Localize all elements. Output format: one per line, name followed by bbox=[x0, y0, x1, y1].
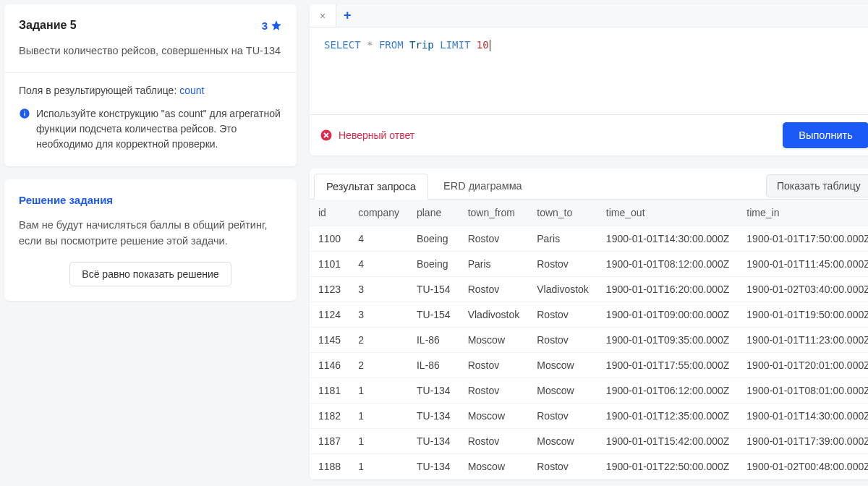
svg-rect-1 bbox=[24, 112, 25, 116]
result-fields-line: Поля в результирующей таблице: count bbox=[19, 85, 282, 96]
editor-textarea[interactable]: SELECT * FROM Trip LIMIT 10 bbox=[310, 27, 868, 114]
task-card: Задание 5 3 Вывести количество рейсов, с… bbox=[4, 4, 297, 166]
execute-button[interactable]: Выполнить bbox=[783, 122, 868, 148]
tab-query-result[interactable]: Результат запроса bbox=[314, 174, 428, 200]
table-cell: TU-134 bbox=[408, 404, 459, 429]
star-icon bbox=[271, 20, 282, 31]
table-cell: 1145 bbox=[310, 328, 349, 353]
result-table: idcompanyplanetown_fromtown_totime_outti… bbox=[310, 200, 868, 479]
column-header: id bbox=[310, 200, 349, 226]
table-cell: 1900-01-01T09:35:00.000Z bbox=[597, 328, 738, 353]
table-cell: 1900-01-01T15:42:00.000Z bbox=[597, 429, 738, 454]
table-cell: 1182 bbox=[310, 404, 349, 429]
table-cell: 1181 bbox=[310, 378, 349, 404]
table-cell: Moscow bbox=[459, 454, 529, 479]
table-cell: 1900-01-01T17:55:00.000Z bbox=[597, 353, 738, 378]
table-cell: 1900-01-01T17:39:00.000Z bbox=[738, 429, 868, 454]
tab-erd-diagram[interactable]: ERD диаграмма bbox=[431, 173, 535, 199]
table-row[interactable]: 11811TU-134RostovMoscow1900-01-01T06:12:… bbox=[310, 378, 868, 404]
table-cell: 1900-01-01T14:30:00.000Z bbox=[597, 226, 738, 252]
hint-text: Используйте конструкцию "as count" для а… bbox=[36, 106, 282, 152]
table-row[interactable]: 11821TU-134MoscowRostov1900-01-01T12:35:… bbox=[310, 404, 868, 429]
table-cell: 1900-01-01T14:30:00.000Z bbox=[738, 404, 868, 429]
table-cell: 1900-01-01T17:50:00.000Z bbox=[738, 226, 868, 252]
column-header: company bbox=[349, 200, 408, 226]
table-cell: Boeing bbox=[408, 226, 459, 252]
show-solution-button[interactable]: Всё равно показать решение bbox=[69, 262, 231, 286]
result-panel: Результат запроса ERD диаграмма Показать… bbox=[310, 169, 868, 479]
error-icon bbox=[320, 129, 333, 142]
table-cell: IL-86 bbox=[408, 353, 459, 378]
table-row[interactable]: 11871TU-134RostovMoscow1900-01-01T15:42:… bbox=[310, 429, 868, 454]
svg-rect-2 bbox=[24, 111, 25, 111]
rating-value: 3 bbox=[262, 20, 268, 32]
table-cell: Rostov bbox=[459, 277, 529, 302]
table-row[interactable]: 11004BoeingRostovParis1900-01-01T14:30:0… bbox=[310, 226, 868, 252]
task-rating[interactable]: 3 bbox=[262, 20, 282, 32]
table-cell: 1 bbox=[349, 429, 408, 454]
table-cell: 3 bbox=[349, 277, 408, 302]
table-cell: Moscow bbox=[459, 328, 529, 353]
solution-card: Решение задания Вам не будут начисляться… bbox=[4, 179, 297, 302]
table-cell: 1146 bbox=[310, 353, 349, 378]
close-icon[interactable]: × bbox=[320, 10, 326, 22]
table-cell: Moscow bbox=[528, 353, 597, 378]
table-cell: 1 bbox=[349, 404, 408, 429]
table-cell: 1900-01-01T06:12:00.000Z bbox=[597, 378, 738, 404]
table-cell: 1123 bbox=[310, 277, 349, 302]
table-cell: 1900-01-01T19:50:00.000Z bbox=[738, 302, 868, 328]
table-row[interactable]: 11014BoeingParisRostov1900-01-01T08:12:0… bbox=[310, 252, 868, 277]
divider bbox=[4, 72, 297, 73]
table-cell: 4 bbox=[349, 252, 408, 277]
table-cell: 3 bbox=[349, 302, 408, 328]
task-title: Задание 5 bbox=[19, 19, 77, 32]
table-cell: Rostov bbox=[528, 454, 597, 479]
exec-bar: Неверный ответ Выполнить bbox=[310, 114, 868, 155]
result-table-container: idcompanyplanetown_fromtown_totime_outti… bbox=[310, 199, 868, 479]
table-cell: Rostov bbox=[528, 404, 597, 429]
table-cell: 2 bbox=[349, 353, 408, 378]
table-cell: TU-134 bbox=[408, 429, 459, 454]
table-cell: Paris bbox=[528, 226, 597, 252]
table-cell: Rostov bbox=[459, 378, 529, 404]
table-cell: 1900-01-01T22:50:00.000Z bbox=[597, 454, 738, 479]
table-cell: Moscow bbox=[459, 404, 529, 429]
table-cell: 1900-01-01T11:45:00.000Z bbox=[738, 252, 868, 277]
table-cell: 1101 bbox=[310, 252, 349, 277]
editor-tab-1[interactable]: × bbox=[310, 4, 336, 27]
table-cell: TU-134 bbox=[408, 378, 459, 404]
table-row[interactable]: 11462IL-86RostovMoscow1900-01-01T17:55:0… bbox=[310, 353, 868, 378]
table-cell: Rostov bbox=[459, 226, 529, 252]
table-cell: 1124 bbox=[310, 302, 349, 328]
table-row[interactable]: 11243TU-154VladivostokRostov1900-01-01T0… bbox=[310, 302, 868, 328]
table-cell: Vladivostok bbox=[528, 277, 597, 302]
result-status: Неверный ответ bbox=[320, 129, 414, 142]
table-cell: Moscow bbox=[528, 429, 597, 454]
table-cell: 1188 bbox=[310, 454, 349, 479]
table-cell: 1900-01-01T08:12:00.000Z bbox=[597, 252, 738, 277]
table-cell: 1900-01-02T03:40:00.000Z bbox=[738, 277, 868, 302]
table-row[interactable]: 11233TU-154RostovVladivostok1900-01-01T1… bbox=[310, 277, 868, 302]
table-cell: 1900-01-01T08:01:00.000Z bbox=[738, 378, 868, 404]
column-header: time_in bbox=[738, 200, 868, 226]
table-cell: Rostov bbox=[528, 302, 597, 328]
show-table-button[interactable]: Показать таблицу bbox=[766, 174, 868, 197]
sql-editor: × + SELECT * FROM Trip LIMIT 10 Неверный… bbox=[310, 4, 868, 155]
solution-warning: Вам не будут начисляться баллы в общий р… bbox=[19, 218, 282, 250]
editor-tab-bar: × + bbox=[310, 4, 868, 27]
fields-value[interactable]: count bbox=[179, 85, 204, 96]
table-cell: TU-154 bbox=[408, 277, 459, 302]
table-cell: TU-154 bbox=[408, 302, 459, 328]
info-icon bbox=[19, 108, 30, 119]
result-tabs: Результат запроса ERD диаграмма bbox=[314, 173, 535, 199]
table-row[interactable]: 11881TU-134MoscowRostov1900-01-01T22:50:… bbox=[310, 454, 868, 479]
table-row[interactable]: 11452IL-86MoscowRostov1900-01-01T09:35:0… bbox=[310, 328, 868, 353]
add-tab-button[interactable]: + bbox=[336, 8, 358, 23]
table-cell: Boeing bbox=[408, 252, 459, 277]
table-cell: Rostov bbox=[459, 353, 529, 378]
table-cell: Moscow bbox=[528, 378, 597, 404]
column-header: town_to bbox=[528, 200, 597, 226]
table-cell: IL-86 bbox=[408, 328, 459, 353]
solution-title[interactable]: Решение задания bbox=[19, 194, 282, 206]
table-cell: 1 bbox=[349, 454, 408, 479]
